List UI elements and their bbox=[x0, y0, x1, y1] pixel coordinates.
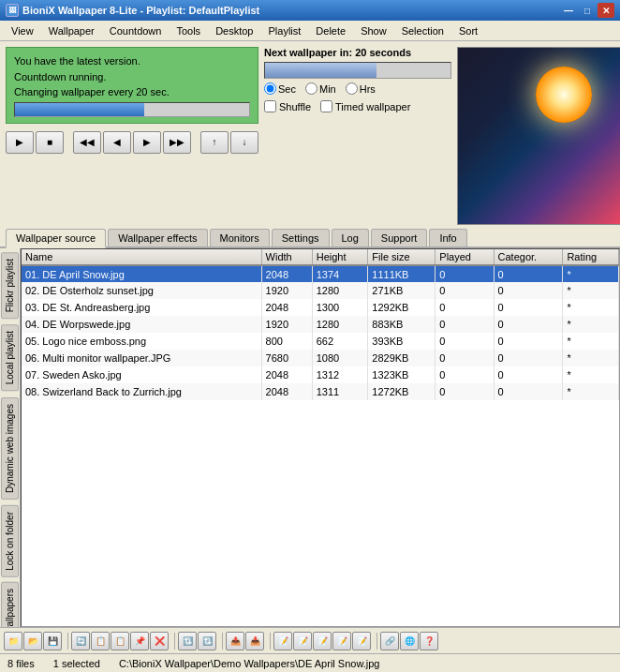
next-next-button[interactable]: ▶▶ bbox=[163, 131, 191, 154]
menu-item-selection[interactable]: Selection bbox=[394, 23, 451, 38]
sidebar-tab-flickr-playlist[interactable]: Flickr playlist bbox=[1, 252, 19, 319]
cell-width: 800 bbox=[261, 333, 312, 350]
cell-played: 0 bbox=[435, 383, 494, 400]
table-row[interactable]: 05. Logo nice emboss.png800662393KB00* bbox=[22, 333, 619, 350]
toolbar-button-16[interactable]: 📝 bbox=[273, 632, 292, 650]
prev-prev-button[interactable]: ◀◀ bbox=[73, 131, 101, 154]
toolbar-button-18[interactable]: 📝 bbox=[313, 632, 332, 650]
tab-wallpaper-effects[interactable]: Wallpaper effects bbox=[108, 229, 207, 246]
cell-name: 01. DE April Snow.jpg bbox=[22, 265, 261, 282]
toolbar-button-4[interactable]: 🔄 bbox=[71, 632, 90, 650]
table-row[interactable]: 03. DE St. Andreasberg.jpg204813001292KB… bbox=[22, 299, 619, 316]
next-wallpaper-panel: Next wallpaper in: 20 seconds Sec Min Hr… bbox=[264, 47, 451, 223]
cell-height: 1374 bbox=[312, 265, 368, 282]
toolbar-button-0[interactable]: 📁 bbox=[4, 632, 22, 650]
prev-button[interactable]: ◀ bbox=[103, 131, 131, 154]
tab-log[interactable]: Log bbox=[332, 229, 369, 246]
column-header-played[interactable]: Played bbox=[435, 249, 494, 265]
sec-radio[interactable] bbox=[264, 82, 276, 95]
toolbar-button-2[interactable]: 💾 bbox=[43, 632, 62, 650]
min-radio[interactable] bbox=[305, 82, 317, 95]
toolbar-button-1[interactable]: 📂 bbox=[23, 632, 42, 650]
up-button[interactable]: ↑ bbox=[200, 131, 229, 154]
menu-item-view[interactable]: View bbox=[4, 23, 41, 38]
toolbar-button-7[interactable]: 📌 bbox=[130, 632, 149, 650]
selected-count: 1 selected bbox=[53, 658, 100, 669]
toolbar-button-11[interactable]: 🔃 bbox=[198, 632, 216, 650]
table-row[interactable]: 08. Swizerland Back to Zurrich.jpg204813… bbox=[22, 383, 619, 400]
toolbar-button-6[interactable]: 📋 bbox=[111, 632, 129, 650]
titlebar: 🖼 BioniX Wallpaper 8-Lite - Playlist: De… bbox=[0, 0, 620, 21]
progress-bar bbox=[14, 102, 250, 117]
timed-checkbox[interactable] bbox=[320, 100, 332, 112]
toolbar-button-17[interactable]: 📝 bbox=[293, 632, 312, 650]
cell-played: 0 bbox=[435, 265, 494, 282]
toolbar-button-10[interactable]: 🔃 bbox=[178, 632, 197, 650]
table-row[interactable]: 06. Multi monitor wallpaper.JPG768010802… bbox=[22, 350, 619, 366]
menu-item-tools[interactable]: Tools bbox=[169, 23, 208, 38]
menu-item-delete[interactable]: Delete bbox=[308, 23, 353, 38]
table-row[interactable]: 04. DE Worpswede.jpg19201280883KB00* bbox=[22, 316, 619, 333]
menu-item-show[interactable]: Show bbox=[353, 23, 394, 38]
cell-rating: * bbox=[563, 265, 619, 282]
column-header-height[interactable]: Height bbox=[312, 249, 368, 265]
table-row[interactable]: 01. DE April Snow.jpg204813741111KB00* bbox=[22, 265, 619, 282]
toolbar-button-22[interactable]: 🔗 bbox=[380, 632, 399, 650]
toolbar-button-5[interactable]: 📋 bbox=[91, 632, 110, 650]
menu-item-wallpaper[interactable]: Wallpaper bbox=[41, 23, 102, 38]
sidebar-tab-local-playlist[interactable]: Local playlist bbox=[1, 324, 19, 391]
toolbar-button-23[interactable]: 🌐 bbox=[400, 632, 419, 650]
toolbar-button-19[interactable]: 📝 bbox=[332, 632, 351, 650]
info-panel: You have the latest version. Countdown r… bbox=[6, 47, 258, 223]
app-icon: 🖼 bbox=[6, 4, 19, 17]
toolbar-separator bbox=[267, 633, 271, 650]
cell-played: 0 bbox=[435, 282, 494, 299]
tab-settings[interactable]: Settings bbox=[272, 229, 330, 246]
column-header-name[interactable]: Name bbox=[22, 249, 261, 265]
maximize-button[interactable]: □ bbox=[579, 3, 596, 18]
cell-height: 1300 bbox=[312, 299, 368, 316]
shuffle-checkbox[interactable] bbox=[264, 100, 276, 112]
cell-height: 1280 bbox=[312, 282, 368, 299]
cell-categor.: 0 bbox=[494, 316, 563, 333]
cell-file-size: 271KB bbox=[368, 282, 435, 299]
stop-button[interactable]: ■ bbox=[36, 131, 64, 154]
minimize-button[interactable]: — bbox=[560, 3, 577, 18]
toolbar-button-20[interactable]: 📝 bbox=[352, 632, 371, 650]
toolbar-button-14[interactable]: 📥 bbox=[245, 632, 264, 650]
countdown-bar bbox=[264, 62, 451, 79]
column-header-categor.[interactable]: Categor. bbox=[494, 249, 563, 265]
cell-categor.: 0 bbox=[494, 333, 563, 350]
cell-rating: * bbox=[563, 282, 619, 299]
files-count: 8 files bbox=[7, 658, 35, 669]
column-header-rating[interactable]: Rating bbox=[563, 249, 619, 265]
tab-wallpaper-source[interactable]: Wallpaper source bbox=[6, 229, 106, 248]
menu-item-desktop[interactable]: Desktop bbox=[208, 23, 260, 38]
tab-monitors[interactable]: Monitors bbox=[210, 229, 270, 246]
toolbar-button-13[interactable]: 📤 bbox=[226, 632, 244, 650]
tab-support[interactable]: Support bbox=[371, 229, 428, 246]
hrs-radio[interactable] bbox=[346, 82, 358, 95]
close-button[interactable]: ✕ bbox=[598, 3, 614, 18]
menu-item-playlist[interactable]: Playlist bbox=[260, 23, 308, 38]
toolbar-button-24[interactable]: ❓ bbox=[420, 632, 438, 650]
menu-item-sort[interactable]: Sort bbox=[451, 23, 485, 38]
menu-item-countdown[interactable]: Countdown bbox=[102, 23, 170, 38]
sidebar-tab-dynamic-web-images[interactable]: Dynamic web images bbox=[1, 397, 19, 500]
column-header-width[interactable]: Width bbox=[261, 249, 312, 265]
file-path: C:\BioniX Wallpaper\Demo Wallpapers\DE A… bbox=[119, 658, 380, 669]
cell-height: 1311 bbox=[312, 383, 368, 400]
play-button[interactable]: ▶ bbox=[6, 131, 34, 154]
column-header-file-size[interactable]: File size bbox=[368, 249, 435, 265]
cell-categor.: 0 bbox=[494, 282, 563, 299]
table-row[interactable]: 07. Sweden Asko.jpg204813121323KB00* bbox=[22, 366, 619, 383]
tab-info[interactable]: Info bbox=[429, 229, 466, 246]
next-button[interactable]: ▶ bbox=[133, 131, 161, 154]
table-row[interactable]: 02. DE Osterholz sunset.jpg19201280271KB… bbox=[22, 282, 619, 299]
sidebar-tab-lock-on-folder[interactable]: Lock on folder bbox=[1, 505, 19, 577]
sidebar-tab-devnight-wallpapers[interactable]: DevNight wallpapers bbox=[1, 582, 19, 627]
toolbar-button-8[interactable]: ❌ bbox=[150, 632, 169, 650]
cell-width: 2048 bbox=[261, 366, 312, 383]
cell-file-size: 393KB bbox=[368, 333, 435, 350]
down-button[interactable]: ↓ bbox=[230, 131, 258, 154]
